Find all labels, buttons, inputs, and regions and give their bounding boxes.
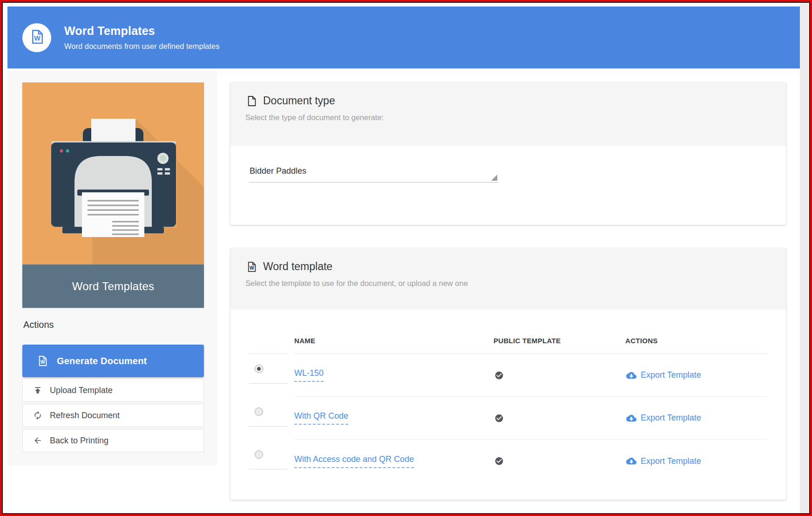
template-table: NAME PUBLIC TEMPLATE ACTIONS WL-150 Expo… <box>249 310 767 482</box>
upload-template-button[interactable]: Upload Template <box>22 379 204 402</box>
back-to-printing-button[interactable]: Back to Printing <box>22 429 204 452</box>
template-name-link[interactable]: With Access code and QR Code <box>294 455 414 468</box>
table-row: With QR Code Export Template <box>249 397 767 440</box>
template-radio-selected[interactable] <box>255 365 263 373</box>
export-template-button[interactable]: Export Template <box>626 456 701 466</box>
generate-document-button[interactable]: W Generate Document <box>22 345 204 377</box>
document-type-header: Document type Select the type of documen… <box>230 82 786 146</box>
export-template-label: Export Template <box>641 456 701 466</box>
word-document-icon: W <box>36 355 48 367</box>
word-document-badge: W <box>22 23 51 52</box>
back-arrow-icon <box>33 436 42 445</box>
back-to-printing-label: Back to Printing <box>50 436 108 446</box>
app-header: W Word Templates Word documents from use… <box>7 7 800 68</box>
check-circle-icon <box>494 414 504 423</box>
word-template-subtitle: Select the template to use for the docum… <box>245 279 786 288</box>
cloud-download-icon <box>626 370 636 380</box>
svg-text:W: W <box>41 360 45 365</box>
printer-icon <box>22 82 204 265</box>
actions-column-header: ACTIONS <box>625 337 767 354</box>
word-template-title: Word template <box>263 260 332 273</box>
printer-illustration <box>22 82 204 265</box>
actions-heading: Actions <box>23 319 54 330</box>
refresh-icon <box>33 411 42 420</box>
radio-column-header <box>249 345 288 354</box>
check-circle-icon <box>494 456 504 466</box>
export-template-label: Export Template <box>641 370 701 380</box>
export-template-label: Export Template <box>641 413 701 423</box>
export-template-button[interactable]: Export Template <box>626 370 701 380</box>
word-file-icon: W <box>245 261 257 273</box>
check-circle-icon <box>494 371 504 380</box>
table-header-row: NAME PUBLIC TEMPLATE ACTIONS <box>249 310 767 354</box>
document-type-card: Document type Select the type of documen… <box>230 82 786 225</box>
module-card: Word Templates <box>22 82 204 308</box>
page-title: Word Templates <box>64 24 220 38</box>
page-subtitle: Word documents from user defined templat… <box>64 42 220 51</box>
public-template-column-header: PUBLIC TEMPLATE <box>494 337 625 354</box>
cloud-download-icon <box>626 456 636 466</box>
module-card-label: Word Templates <box>22 265 204 308</box>
svg-text:W: W <box>34 34 41 42</box>
table-row: With Access code and QR Code Export Temp… <box>249 440 767 482</box>
export-template-button[interactable]: Export Template <box>626 413 701 423</box>
template-name-link[interactable]: With QR Code <box>294 411 348 425</box>
word-template-header: W Word template Select the template to u… <box>230 248 786 310</box>
dropdown-arrow-icon <box>491 175 497 181</box>
refresh-document-label: Refresh Document <box>50 411 120 421</box>
cloud-download-icon <box>626 413 636 423</box>
word-document-icon: W <box>28 28 45 47</box>
document-type-select[interactable]: Bidder Paddles <box>249 163 498 183</box>
file-icon <box>245 95 257 107</box>
name-column-header: NAME <box>294 337 494 354</box>
generate-document-label: Generate Document <box>57 356 147 367</box>
document-type-subtitle: Select the type of document to generate: <box>245 113 786 122</box>
svg-text:W: W <box>250 265 254 271</box>
upload-icon <box>33 386 42 395</box>
scrollbar-track <box>800 3 809 513</box>
template-radio[interactable] <box>255 450 263 459</box>
table-row: WL-150 Export Template <box>249 354 767 397</box>
document-type-selected-value: Bidder Paddles <box>250 166 306 176</box>
word-template-card: W Word template Select the template to u… <box>230 248 786 500</box>
template-radio[interactable] <box>255 407 263 416</box>
refresh-document-button[interactable]: Refresh Document <box>22 404 204 427</box>
template-name-link[interactable]: WL-150 <box>294 368 324 382</box>
upload-template-label: Upload Template <box>50 386 113 395</box>
document-type-title: Document type <box>263 95 335 107</box>
